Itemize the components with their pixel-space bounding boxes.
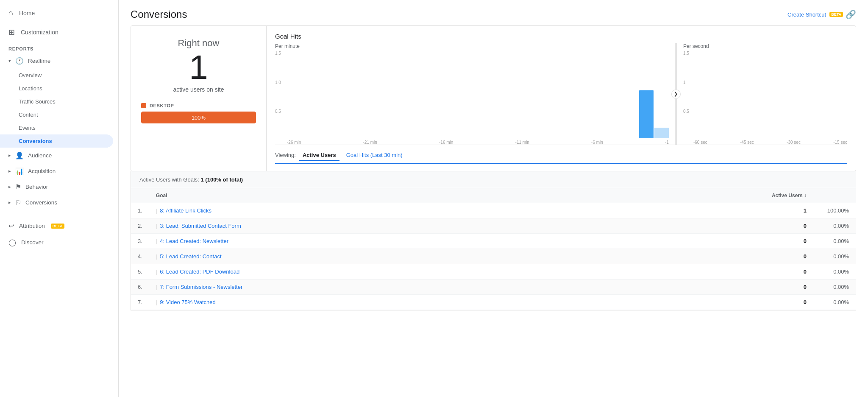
row-count: 0: [597, 280, 813, 295]
acquisition-icon: 📊: [15, 167, 24, 175]
create-shortcut-label: Create Shortcut: [787, 11, 826, 18]
table-row: 3. |4: Lead Created: Newsletter 0 0.00%: [131, 234, 856, 249]
x-label-26: -26 min: [287, 140, 301, 145]
customization-icon: ⊞: [8, 28, 15, 37]
chevron-right-4-icon: ▸: [8, 200, 11, 205]
viewing-label: Viewing:: [275, 152, 296, 158]
content-area: Right now 1 active users on site DESKTOP…: [119, 25, 868, 397]
row-goal[interactable]: |7: Form Submissions - Newsletter: [149, 280, 597, 295]
x-label-60: -60 sec: [693, 140, 707, 145]
row-goal[interactable]: |3: Lead: Submitted Contact Form: [149, 218, 597, 234]
sidebar-item-conversions-realtime[interactable]: Conversions: [0, 134, 113, 148]
row-goal[interactable]: |6: Lead Created: PDF Download: [149, 264, 597, 280]
chevron-right-3-icon: ▸: [8, 184, 11, 190]
sidebar-item-traffic-sources[interactable]: Traffic Sources: [0, 95, 113, 108]
chart-container: Per minute 1.5 1.0 0.5: [275, 43, 847, 145]
device-label: DESKTOP: [141, 103, 256, 108]
chevron-down-icon: ▾: [8, 58, 11, 64]
row-num: 6.: [131, 280, 149, 295]
y-label-right-1-5: 1.5: [683, 51, 689, 56]
row-goal[interactable]: |4: Lead Created: Newsletter: [149, 234, 597, 249]
row-num: 2.: [131, 218, 149, 234]
right-now-count: 1: [189, 50, 208, 84]
row-count: 0: [597, 218, 813, 234]
table-header-row: Goal Active Users ↓: [131, 188, 856, 203]
per-minute-x-labels: -26 min -21 min -16 min -11 min -6 min -…: [275, 140, 669, 145]
sidebar-item-events[interactable]: Events: [0, 121, 113, 134]
row-pct: 0.00%: [813, 280, 856, 295]
chart-chevron-right-button[interactable]: ❯: [671, 89, 681, 99]
per-minute-label: Per minute: [275, 43, 669, 49]
sidebar-item-realtime[interactable]: ▾ 🕐 Realtime: [0, 53, 113, 69]
attribution-icon: ↩: [8, 222, 14, 230]
goals-table: Goal Active Users ↓ 1. |8: Affiliate Lin…: [131, 188, 856, 310]
events-label: Events: [19, 125, 36, 131]
sidebar-item-audience[interactable]: ▸ 👤 Audience: [0, 148, 113, 163]
device-type-label: DESKTOP: [150, 103, 174, 108]
progress-bar: 100%: [141, 112, 256, 123]
attribution-beta-badge: BETA: [51, 224, 64, 229]
table-row: 2. |3: Lead: Submitted Contact Form 0 0.…: [131, 218, 856, 234]
sidebar-item-overview[interactable]: Overview: [0, 69, 113, 82]
sidebar-item-attribution[interactable]: ↩ Attribution BETA: [0, 218, 118, 234]
overview-label: Overview: [19, 72, 42, 78]
summary-prefix: Active Users with Goals:: [139, 176, 199, 183]
x-label-16: -16 min: [439, 140, 453, 145]
row-goal[interactable]: |8: Affiliate Link Clicks: [149, 203, 597, 218]
row-count: 1: [597, 203, 813, 218]
sidebar: ⌂ Home ⊞ Customization REPORTS ▾ 🕐 Realt…: [0, 0, 119, 397]
create-shortcut-beta-badge: BETA: [829, 12, 843, 17]
per-minute-section: Per minute 1.5 1.0 0.5: [275, 43, 676, 145]
shortcut-icon: 🔗: [846, 9, 856, 20]
discover-icon: ◯: [8, 238, 16, 246]
main-content: Conversions Create Shortcut BETA 🔗 Right…: [119, 0, 868, 397]
sidebar-item-acquisition[interactable]: ▸ 📊 Acquisition: [0, 163, 113, 179]
row-num: 5.: [131, 264, 149, 280]
sidebar-item-behavior[interactable]: ▸ ⚑ Behavior: [0, 179, 113, 195]
sidebar-item-customization[interactable]: ⊞ Customization: [0, 22, 118, 42]
row-num: 7.: [131, 295, 149, 310]
conversions-realtime-label: Conversions: [19, 138, 52, 144]
row-num: 4.: [131, 249, 149, 264]
row-pct: 0.00%: [813, 295, 856, 310]
y-label-0-5: 0.5: [275, 109, 281, 114]
right-now-panel: Right now 1 active users on site DESKTOP…: [131, 26, 267, 171]
behavior-icon: ⚑: [15, 183, 21, 191]
table-row: 7. |9: Video 75% Watched 0 0.00%: [131, 295, 856, 310]
sidebar-item-locations[interactable]: Locations: [0, 82, 113, 95]
active-users-label: active users on site: [173, 86, 224, 93]
y-label-right-1: 1: [683, 80, 689, 85]
per-second-label: Per second: [683, 43, 847, 49]
progress-bar-container: 100%: [141, 112, 256, 123]
right-now-label: Right now: [178, 38, 220, 49]
per-minute-bars: [287, 51, 669, 138]
audience-icon: 👤: [15, 151, 24, 159]
metrics-row: Right now 1 active users on site DESKTOP…: [131, 25, 856, 171]
content-label: Content: [19, 112, 38, 118]
sidebar-acquisition-label: Acquisition: [28, 168, 56, 174]
row-num: 1.: [131, 203, 149, 218]
sidebar-item-conversions[interactable]: ▸ ⚐ Conversions: [0, 195, 113, 210]
per-second-section: Per second 1.5 1 0.5: [676, 43, 847, 145]
row-goal[interactable]: |5: Lead Created: Contact: [149, 249, 597, 264]
row-goal[interactable]: |9: Video 75% Watched: [149, 295, 597, 310]
main-header: Conversions Create Shortcut BETA 🔗: [119, 0, 868, 25]
sidebar-item-discover[interactable]: ◯ Discover: [0, 234, 118, 251]
sidebar-audience-label: Audience: [28, 152, 52, 159]
x-label-11: -11 min: [515, 140, 529, 145]
view-tab-active-users[interactable]: Active Users: [299, 150, 339, 161]
sidebar-item-home[interactable]: ⌂ Home: [0, 3, 118, 22]
row-pct: 0.00%: [813, 249, 856, 264]
table-section: Active Users with Goals: 1 (100% of tota…: [131, 171, 856, 310]
per-second-bars: [693, 51, 847, 138]
discover-label: Discover: [21, 239, 44, 246]
row-pct: 0.00%: [813, 234, 856, 249]
reports-section-label: REPORTS: [0, 42, 118, 53]
table-row: 5. |6: Lead Created: PDF Download 0 0.00…: [131, 264, 856, 280]
view-tab-goal-hits[interactable]: Goal Hits (Last 30 min): [343, 150, 406, 161]
sidebar-item-content[interactable]: Content: [0, 108, 113, 121]
chart-bar-tall: [639, 90, 654, 138]
row-pct: 0.00%: [813, 218, 856, 234]
x-label-1: -1: [665, 140, 669, 145]
create-shortcut-button[interactable]: Create Shortcut BETA 🔗: [787, 9, 856, 20]
